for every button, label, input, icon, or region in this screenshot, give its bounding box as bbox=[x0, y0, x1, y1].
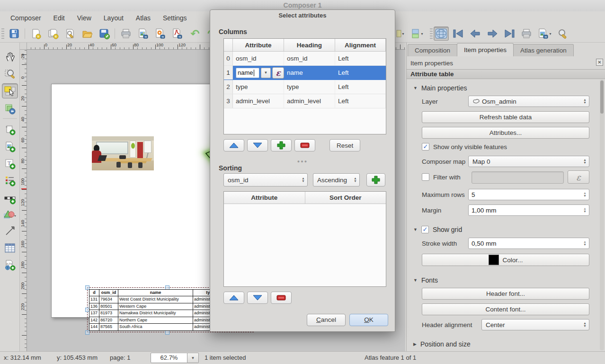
group-show-grid[interactable]: ▼ ✓ Show grid bbox=[413, 226, 462, 233]
tab-item-properties[interactable]: Item properties bbox=[457, 43, 514, 56]
zoom-dropdown-icon[interactable]: ▼ bbox=[187, 353, 199, 363]
export-pdf-icon[interactable]: ➜ bbox=[169, 27, 185, 41]
maximum-rows-spinbox[interactable]: 5 ▲▼ bbox=[468, 189, 589, 200]
atlas-next-feature-icon[interactable] bbox=[485, 27, 500, 41]
composition-manager-icon[interactable] bbox=[62, 27, 78, 41]
menu-atlas[interactable]: Atlas bbox=[131, 12, 155, 24]
atlas-preview-icon[interactable] bbox=[434, 27, 449, 41]
atlas-previous-feature-icon[interactable] bbox=[468, 27, 483, 41]
attribute-edit-input[interactable]: name bbox=[236, 68, 259, 78]
attributes-button[interactable]: Attributes... bbox=[422, 127, 589, 139]
group-fonts[interactable]: ▼ Fonts bbox=[413, 276, 438, 284]
zoom-icon[interactable] bbox=[2, 66, 18, 81]
ok-button[interactable]: OK bbox=[349, 314, 388, 326]
refresh-table-data-button[interactable]: Refresh table data bbox=[422, 111, 589, 123]
sorting-attribute-combobox[interactable]: osm_id ▲▼ bbox=[223, 173, 308, 186]
tab-composition[interactable]: Composition bbox=[408, 44, 457, 56]
add-image-icon[interactable] bbox=[2, 139, 18, 154]
remove-column-button[interactable] bbox=[294, 139, 315, 151]
toolbar-grip[interactable] bbox=[1, 28, 4, 39]
add-shape-icon[interactable] bbox=[2, 207, 18, 222]
reset-button[interactable]: Reset bbox=[329, 139, 360, 151]
add-sort-button[interactable] bbox=[366, 173, 385, 186]
show-grid-checkbox[interactable]: ✓ bbox=[421, 226, 429, 233]
add-label-icon[interactable]: T bbox=[2, 156, 18, 171]
tab-atlas-generation[interactable]: Atlas generation bbox=[513, 44, 574, 56]
header-heading[interactable]: Heading bbox=[284, 39, 335, 51]
header-attribute[interactable]: Attribute bbox=[233, 39, 284, 51]
add-legend-icon[interactable] bbox=[2, 173, 18, 188]
selection-handle[interactable] bbox=[85, 330, 89, 335]
scrollbar-thumb[interactable] bbox=[600, 80, 604, 114]
add-html-icon[interactable]: </> bbox=[2, 257, 18, 273]
add-column-button[interactable] bbox=[271, 139, 292, 151]
header-alignment-combobox[interactable]: Center ▲▼ bbox=[481, 319, 589, 330]
layer-combobox[interactable]: Osm_admin ▲▼ bbox=[468, 96, 589, 107]
sort-move-up-button[interactable] bbox=[223, 292, 244, 304]
export-svg-icon[interactable]: ➜ bbox=[152, 27, 168, 41]
columns-row-selected[interactable]: 1 name ▼ ε name Left bbox=[224, 66, 386, 80]
stroke-width-spinbox[interactable]: 0,50 mm ▲▼ bbox=[468, 238, 589, 249]
dock-close-icon[interactable]: ✕ bbox=[596, 59, 603, 66]
toolbar-grip[interactable] bbox=[430, 28, 433, 39]
group-position-size[interactable]: ▶ Position and size bbox=[413, 340, 471, 348]
expression-builder-icon[interactable]: ε bbox=[272, 67, 284, 79]
add-new-map-icon[interactable] bbox=[2, 122, 18, 137]
grid-color-button[interactable]: Color... bbox=[422, 254, 589, 266]
atlas-settings-icon[interactable] bbox=[555, 27, 570, 41]
atlas-export-icon[interactable]: ➜▾ bbox=[535, 27, 554, 41]
remove-sort-button[interactable] bbox=[271, 292, 292, 304]
header-sort-order[interactable]: Sort Order bbox=[305, 192, 386, 204]
header-alignment[interactable]: Alignment bbox=[335, 39, 386, 51]
content-font-button[interactable]: Content font... bbox=[422, 303, 589, 315]
sorting-order-combobox[interactable]: Ascending ▲▼ bbox=[313, 173, 360, 186]
panel-scrollbar[interactable] bbox=[600, 80, 604, 350]
atlas-print-icon[interactable] bbox=[519, 27, 534, 41]
move-item-content-icon[interactable] bbox=[2, 101, 18, 116]
sorting-table[interactable]: Attribute Sort Order bbox=[223, 191, 386, 287]
columns-row[interactable]: 3 admin_level admin_level Left bbox=[224, 94, 386, 108]
menu-composer[interactable]: Composer bbox=[6, 12, 46, 24]
header-font-button[interactable]: Header font... bbox=[422, 288, 589, 300]
undo-icon[interactable]: ↶ bbox=[187, 27, 203, 41]
pan-icon[interactable] bbox=[2, 49, 18, 64]
columns-table[interactable]: Attribute Heading Alignment 0 osm_id osm… bbox=[223, 38, 386, 134]
margin-spinbox[interactable]: 1,00 mm ▲▼ bbox=[468, 204, 589, 216]
duplicate-composition-icon[interactable]: ✳ bbox=[45, 27, 61, 41]
classroom-photo-item[interactable] bbox=[92, 136, 154, 170]
attribute-dropdown-icon[interactable]: ▼ bbox=[261, 68, 271, 78]
add-arrow-icon[interactable] bbox=[2, 223, 18, 239]
columns-row[interactable]: 2 type type Left bbox=[224, 80, 386, 94]
add-scalebar-icon[interactable] bbox=[2, 191, 18, 206]
composer-map-combobox[interactable]: Map 0 ▲▼ bbox=[468, 156, 589, 167]
header-sort-attribute[interactable]: Attribute bbox=[224, 192, 305, 204]
open-icon[interactable] bbox=[80, 27, 95, 41]
add-attribute-table-icon[interactable] bbox=[2, 240, 18, 256]
splitter-handle[interactable]: ●●● bbox=[297, 159, 308, 164]
cancel-button[interactable]: Cancel bbox=[307, 314, 346, 326]
filter-with-checkbox[interactable]: ✓ bbox=[422, 173, 429, 181]
sort-move-down-button[interactable] bbox=[247, 292, 268, 304]
zoom-level-input[interactable]: 62.7% bbox=[151, 353, 187, 363]
atlas-first-feature-icon[interactable] bbox=[451, 27, 466, 41]
atlas-last-feature-icon[interactable] bbox=[502, 27, 517, 41]
menu-edit[interactable]: Edit bbox=[49, 12, 70, 24]
columns-row[interactable]: 0 osm_id osm_id Left bbox=[224, 52, 386, 66]
select-move-item-icon[interactable] bbox=[2, 83, 18, 98]
menu-settings[interactable]: Settings bbox=[158, 12, 192, 24]
menu-view[interactable]: View bbox=[72, 12, 96, 24]
group-main-properties[interactable]: ▼ Main properties bbox=[413, 84, 467, 92]
show-only-visible-checkbox[interactable]: ✓ bbox=[422, 143, 429, 151]
new-composition-icon[interactable]: ✳ bbox=[28, 27, 44, 41]
save-as-icon[interactable] bbox=[97, 27, 112, 41]
style-dropdown-icon[interactable]: ▾ bbox=[394, 27, 406, 41]
print-icon[interactable] bbox=[118, 27, 133, 41]
selection-handle[interactable] bbox=[165, 330, 169, 335]
move-up-button[interactable] bbox=[223, 139, 244, 151]
group-items-icon[interactable]: ▾ bbox=[408, 27, 426, 41]
export-image-icon[interactable]: ➜ bbox=[135, 27, 151, 41]
photo-ceiling bbox=[92, 136, 154, 141]
move-down-button[interactable] bbox=[247, 139, 268, 151]
menu-layout[interactable]: Layout bbox=[99, 12, 128, 24]
save-icon[interactable] bbox=[7, 27, 22, 41]
